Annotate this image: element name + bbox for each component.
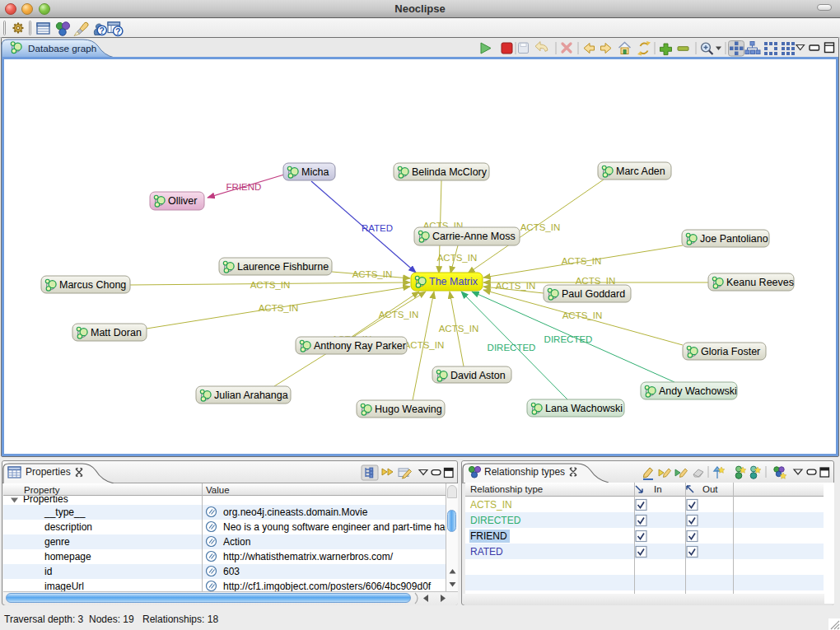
svg-text:David Aston: David Aston	[450, 370, 506, 381]
svg-text:Laurence Fishburne: Laurence Fishburne	[237, 261, 329, 273]
svg-text:ACTS_IN: ACTS_IN	[520, 222, 561, 232]
svg-text:ACTS_IN: ACTS_IN	[496, 281, 536, 291]
svg-text:Micha: Micha	[301, 166, 329, 178]
svg-text:ACTS_IN: ACTS_IN	[562, 310, 603, 320]
svg-text:ACTS_IN: ACTS_IN	[437, 253, 478, 263]
svg-text:ACTS_IN: ACTS_IN	[250, 280, 291, 290]
svg-text:Julian Arahanga: Julian Arahanga	[214, 390, 288, 401]
svg-text:ACTS_IN: ACTS_IN	[562, 256, 602, 266]
svg-text:DIRECTED: DIRECTED	[488, 343, 536, 352]
svg-text:FRIEND: FRIEND	[226, 182, 262, 192]
svg-text:Lana Wachowski: Lana Wachowski	[545, 403, 623, 414]
svg-text:Anthony Ray Parker: Anthony Ray Parker	[314, 340, 406, 352]
svg-text:Olliver: Olliver	[168, 195, 197, 207]
svg-text:Paul Goddard: Paul Goddard	[562, 288, 625, 300]
svg-text:ACTS_IN: ACTS_IN	[576, 276, 616, 286]
svg-text:Marcus Chong: Marcus Chong	[59, 279, 126, 291]
svg-text:RATED: RATED	[362, 223, 393, 233]
svg-text:Carrie-Anne Moss: Carrie-Anne Moss	[432, 231, 516, 242]
svg-text:Gloria Foster: Gloria Foster	[701, 346, 760, 357]
svg-text:Andy Wachowski: Andy Wachowski	[659, 385, 737, 397]
svg-text:ACTS_IN: ACTS_IN	[439, 324, 479, 334]
svg-text:The Matrix: The Matrix	[429, 276, 478, 287]
svg-text:Matt Doran: Matt Doran	[91, 327, 142, 338]
svg-text:ACTS_IN: ACTS_IN	[259, 303, 299, 313]
svg-text:DIRECTED: DIRECTED	[544, 334, 593, 344]
svg-text:ACTS_IN: ACTS_IN	[404, 340, 445, 350]
svg-text:ACTS_IN: ACTS_IN	[352, 269, 393, 279]
svg-text:Belinda McClory: Belinda McClory	[412, 166, 488, 178]
svg-text:Hugo Weaving: Hugo Weaving	[375, 404, 442, 415]
svg-text:Keanu Reeves: Keanu Reeves	[726, 277, 794, 288]
svg-text:ACTS_IN: ACTS_IN	[379, 310, 419, 320]
svg-text:Joe Pantoliano: Joe Pantoliano	[700, 233, 768, 245]
svg-text:Marc Aden: Marc Aden	[616, 166, 665, 177]
